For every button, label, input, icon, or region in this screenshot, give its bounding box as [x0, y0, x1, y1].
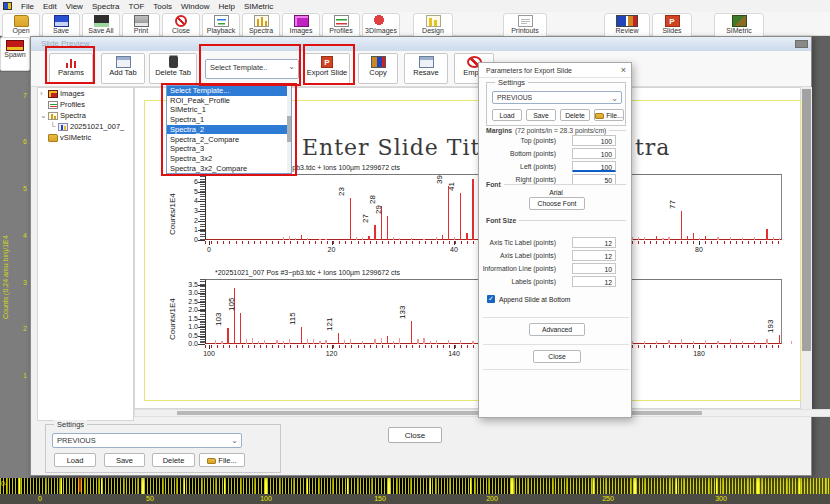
template-list-item[interactable]: Spectra_3x2_Compare — [167, 164, 287, 174]
export-slide-button[interactable]: P Export Slide — [304, 53, 350, 84]
file-button[interactable]: File... — [594, 109, 624, 121]
spectrum-peak — [362, 238, 363, 240]
params-button[interactable]: Params — [49, 53, 93, 84]
divider — [483, 344, 629, 345]
save-button[interactable]: Save — [526, 109, 556, 121]
delete-button[interactable]: Delete — [560, 109, 590, 121]
menu-item-simetric[interactable]: SIMetric — [244, 2, 273, 11]
menu-item-view[interactable]: View — [66, 2, 83, 11]
spectrum-peak — [215, 340, 216, 344]
dialog-settings-combo[interactable]: PREVIOUS ⌄ — [492, 91, 622, 104]
menu-item-tof[interactable]: TOF — [128, 2, 144, 11]
close-button[interactable]: Close — [388, 427, 442, 443]
template-list-item[interactable]: Spectra_2 — [167, 125, 287, 135]
spectrum-peak — [717, 237, 718, 240]
field-input-left[interactable]: 100 — [572, 161, 616, 172]
spectrum-peak — [356, 237, 357, 240]
expander-expanded-icon[interactable]: ⌄ — [40, 111, 46, 120]
menu-item-tools[interactable]: Tools — [153, 2, 172, 11]
spectrum-peak — [644, 237, 645, 240]
window-control-button[interactable] — [795, 40, 808, 48]
field-input-bottom[interactable]: 100 — [572, 148, 616, 159]
copy-button[interactable]: Copy — [358, 53, 398, 84]
design-icon — [426, 15, 441, 27]
y-tick-label: 4 — [173, 197, 198, 204]
peak-label: 29 — [375, 205, 383, 214]
y-tick-label: 3.0 — [173, 289, 198, 296]
tree-item-images[interactable]: ›Images — [40, 88, 85, 99]
spectrum-peak — [417, 339, 418, 344]
resave-button[interactable]: Resave — [404, 53, 448, 84]
template-list-item[interactable]: Spectra_2_Compare — [167, 135, 287, 145]
v-scroll-thumb[interactable] — [802, 89, 811, 351]
spectrum-peak — [423, 338, 424, 344]
save-button[interactable]: Save — [104, 453, 145, 467]
template-list-item[interactable]: Spectra_1 — [167, 115, 287, 125]
template-list-item[interactable]: Spectra_3 — [167, 144, 287, 154]
vertical-scrollbar[interactable] — [801, 87, 812, 409]
toolbar-button-label: Spectra — [243, 27, 279, 34]
menu-item-file[interactable]: File — [21, 2, 34, 11]
template-select-combo[interactable]: Select Template.. ⌄ — [205, 59, 299, 79]
spectra-icon — [254, 15, 269, 27]
spectrum-peak — [283, 341, 284, 344]
spectrum-peak — [338, 333, 339, 344]
spectrum-peak — [393, 341, 394, 344]
advanced-button[interactable]: Advanced — [529, 323, 585, 336]
font-size-label: Font Size — [486, 217, 516, 224]
file-button[interactable]: File... — [199, 453, 245, 467]
y-tick-label: 2 — [173, 217, 198, 224]
y-tick-mark — [198, 192, 205, 193]
spectrum-peak — [442, 235, 443, 240]
field-input-axis[interactable]: 12 — [572, 250, 616, 261]
field-row: Bottom (points)100 — [486, 148, 626, 159]
window-titlebar[interactable]: Slide Preview — [31, 37, 811, 51]
delete-button[interactable]: Delete — [152, 453, 195, 467]
template-list-item[interactable]: ROI_Peak_Profile — [167, 96, 287, 106]
expander-collapsed-icon[interactable]: › — [40, 89, 46, 98]
resave-label: Resave — [413, 68, 438, 77]
list-scrollbar[interactable] — [287, 86, 291, 173]
toolbar-button-label: Images — [283, 27, 319, 34]
close-icon[interactable]: × — [621, 65, 626, 75]
tree-item-label: Spectra — [60, 111, 86, 120]
delete-tab-button[interactable]: Delete Tab — [149, 53, 197, 84]
choose-font-button[interactable]: Choose Font — [529, 197, 585, 210]
dialog-titlebar[interactable]: Parameters for Export Slide — [479, 63, 631, 78]
menu-item-spectra[interactable]: Spectra — [92, 2, 120, 11]
powerpoint-icon: P — [665, 15, 680, 27]
menu-item-edit[interactable]: Edit — [43, 2, 57, 11]
template-list-item[interactable]: SIMetric_1 — [167, 105, 287, 115]
template-list-item[interactable]: Spectra_3x2 — [167, 154, 287, 164]
append-slide-checkbox[interactable]: ✓ — [487, 295, 495, 303]
tree-item-vsimetric[interactable]: vSIMetric — [40, 132, 91, 143]
spawn-button[interactable]: Spawn — [0, 37, 30, 71]
spectrum-peak — [448, 186, 449, 240]
add-tab-button[interactable]: Add Tab — [101, 53, 145, 84]
peak-label: 133 — [399, 306, 407, 319]
field-input-labels[interactable]: 12 — [572, 276, 616, 287]
field-input-information[interactable]: 10 — [572, 263, 616, 274]
load-button[interactable]: Load — [54, 453, 96, 467]
slide-title-right: tra — [635, 135, 670, 160]
left-axis-tick: 1 — [23, 372, 27, 379]
menu-item-window[interactable]: Window — [181, 2, 209, 11]
slide-title-left[interactable]: Enter Slide Titl — [302, 135, 488, 160]
y-tick-mark — [198, 221, 205, 222]
bottom-spectrum-strip — [0, 478, 830, 494]
tree-item-profiles[interactable]: Profiles — [40, 99, 85, 110]
field-input-top[interactable]: 100 — [572, 135, 616, 146]
field-input-axis[interactable]: 12 — [572, 237, 616, 248]
settings-combo[interactable]: PREVIOUS ⌄ — [52, 433, 242, 448]
template-list-item[interactable]: Select Template... — [167, 86, 287, 96]
left-axis-tick: 2 — [23, 325, 27, 332]
tree-item-20251021_007_[interactable]: └20251021_007_ — [50, 121, 124, 132]
dialog-close-button[interactable]: Close — [533, 350, 581, 363]
menu-item-help[interactable]: Help — [218, 2, 234, 11]
list-scroll-thumb[interactable] — [287, 116, 291, 142]
toolbar-button-label: Printouts — [504, 27, 546, 34]
spectrum-peak — [460, 193, 461, 240]
load-button[interactable]: Load — [492, 109, 522, 121]
tree-item-spectra[interactable]: ⌄Spectra — [40, 110, 86, 121]
spectrum-peak — [779, 335, 780, 344]
